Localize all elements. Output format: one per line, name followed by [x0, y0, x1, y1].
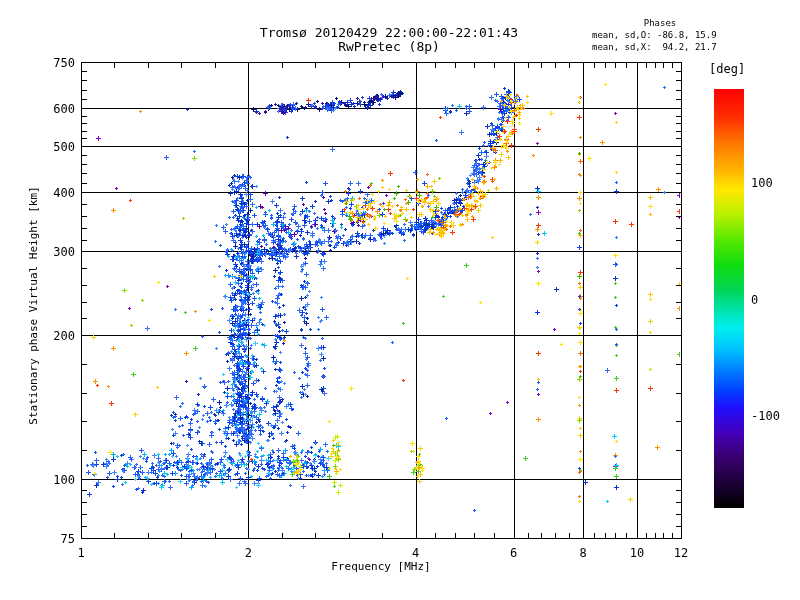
phase-stats-o-mode: mean, sd,O: -86.8, 15.9: [592, 29, 738, 41]
x-tick-label: 6: [510, 546, 517, 560]
y-axis-label: Stationary phase Virtual Height [km]: [27, 156, 40, 456]
ionogram-figure: Tromsø 20120429 22:00:00-22:01:43 RwPret…: [0, 0, 800, 600]
phase-stats-block: Phases mean, sd,O: -86.8, 15.9 mean, sd,…: [592, 17, 738, 53]
y-tick-label: 600: [33, 102, 75, 116]
colorbar: [714, 89, 744, 508]
x-tick-label: 10: [630, 546, 644, 560]
y-tick-label: 500: [33, 140, 75, 154]
y-tick-label: 100: [33, 473, 75, 487]
phase-stats-header: Phases: [592, 17, 728, 29]
colorbar-tick-label: 0: [751, 293, 758, 307]
x-tick-label: 12: [674, 546, 688, 560]
x-tick-label: 1: [77, 546, 84, 560]
y-tick-label: 400: [33, 186, 75, 200]
colorbar-tick-label: 100: [751, 176, 773, 190]
y-tick-label: 750: [33, 56, 75, 70]
x-axis-label: Frequency [MHz]: [231, 560, 531, 573]
x-tick-label: 4: [412, 546, 419, 560]
y-tick-label: 75: [33, 532, 75, 546]
x-tick-label: 8: [579, 546, 586, 560]
colorbar-tick-label: -100: [751, 409, 780, 423]
scatter-plot-canvas: [0, 0, 800, 600]
colorbar-unit-label: [deg]: [709, 62, 745, 76]
y-tick-label: 300: [33, 245, 75, 259]
x-tick-label: 2: [245, 546, 252, 560]
phase-stats-x-mode: mean, sd,X: 94.2, 21.7: [592, 41, 738, 53]
y-tick-label: 200: [33, 329, 75, 343]
